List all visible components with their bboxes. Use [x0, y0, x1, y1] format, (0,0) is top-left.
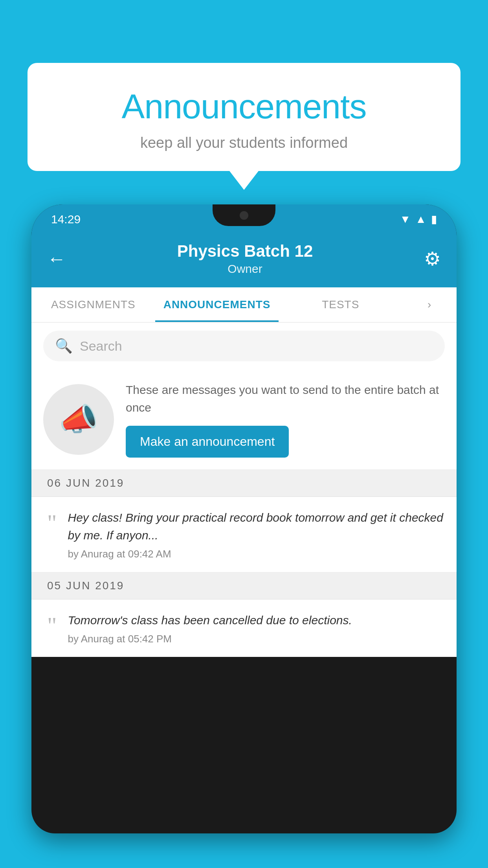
- quote-icon-2: ": [47, 614, 57, 637]
- settings-icon[interactable]: ⚙: [424, 248, 441, 270]
- announcement-text-2: Tomorrow's class has been cancelled due …: [68, 611, 445, 629]
- phone-notch: [213, 204, 275, 226]
- date-separator-1: 06 JUN 2019: [31, 470, 457, 497]
- announcement-text-1: Hey class! Bring your practical record b…: [68, 509, 445, 544]
- tabs-bar: ASSIGNMENTS ANNOUNCEMENTS TESTS ›: [31, 287, 457, 323]
- promo-description: These are messages you want to send to t…: [126, 381, 445, 416]
- phone-container: 14:29 ▼ ▲ ▮ ← Physics Batch 12 Owner ⚙ A…: [31, 204, 457, 868]
- speech-bubble: Announcements keep all your students inf…: [28, 63, 460, 171]
- app-header: ← Physics Batch 12 Owner ⚙: [31, 234, 457, 287]
- tab-assignments[interactable]: ASSIGNMENTS: [31, 287, 155, 322]
- promo-icon-circle: 📣: [43, 384, 114, 455]
- camera: [240, 211, 248, 220]
- bubble-title: Announcements: [43, 86, 445, 127]
- phone-content: 🔍 Search 📣 These are messages you want t…: [31, 323, 457, 657]
- search-placeholder: Search: [80, 338, 122, 354]
- search-bar-container: 🔍 Search: [31, 323, 457, 369]
- search-icon: 🔍: [55, 338, 73, 354]
- megaphone-icon: 📣: [59, 401, 98, 438]
- signal-icon: ▲: [415, 213, 426, 226]
- make-announcement-button[interactable]: Make an announcement: [126, 426, 289, 458]
- quote-icon-1: ": [47, 511, 57, 535]
- status-time: 14:29: [51, 213, 81, 226]
- phone-frame: 14:29 ▼ ▲ ▮ ← Physics Batch 12 Owner ⚙ A…: [31, 204, 457, 833]
- announcement-content-1: Hey class! Bring your practical record b…: [68, 509, 445, 560]
- announcement-meta-2: by Anurag at 05:42 PM: [68, 633, 445, 645]
- back-button[interactable]: ←: [47, 248, 66, 270]
- announcement-promo: 📣 These are messages you want to send to…: [31, 369, 457, 470]
- announcement-item-2[interactable]: " Tomorrow's class has been cancelled du…: [31, 600, 457, 657]
- tab-announcements[interactable]: ANNOUNCEMENTS: [155, 287, 279, 322]
- tab-tests[interactable]: TESTS: [279, 287, 402, 322]
- batch-role: Owner: [66, 262, 424, 276]
- date-separator-2: 05 JUN 2019: [31, 572, 457, 600]
- announcement-content-2: Tomorrow's class has been cancelled due …: [68, 611, 445, 645]
- batch-name: Physics Batch 12: [66, 242, 424, 261]
- speech-bubble-container: Announcements keep all your students inf…: [28, 63, 460, 171]
- status-bar: 14:29 ▼ ▲ ▮: [31, 204, 457, 234]
- announcement-item-1[interactable]: " Hey class! Bring your practical record…: [31, 497, 457, 572]
- header-title-block: Physics Batch 12 Owner: [66, 242, 424, 276]
- battery-icon: ▮: [431, 213, 437, 226]
- announcement-meta-1: by Anurag at 09:42 AM: [68, 548, 445, 560]
- status-icons: ▼ ▲ ▮: [400, 213, 437, 226]
- bubble-subtitle: keep all your students informed: [43, 134, 445, 151]
- search-bar[interactable]: 🔍 Search: [43, 331, 445, 361]
- wifi-icon: ▼: [400, 213, 411, 226]
- promo-right: These are messages you want to send to t…: [126, 381, 445, 458]
- tab-more[interactable]: ›: [402, 287, 457, 322]
